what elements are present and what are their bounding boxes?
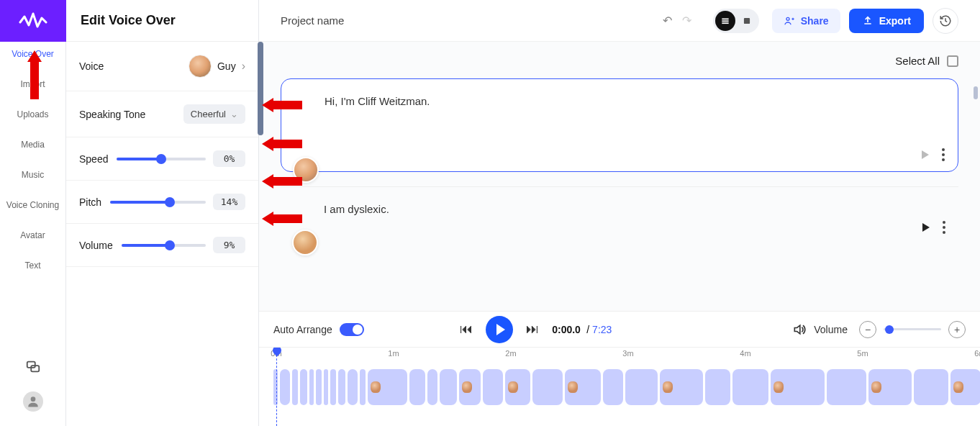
ruler-mark: 1m <box>388 349 399 358</box>
annotation-arrow <box>273 177 302 186</box>
select-all-label: Select All <box>895 55 940 67</box>
svg-rect-4 <box>722 20 728 22</box>
annotation-arrow <box>273 214 302 223</box>
annotation-arrow <box>273 101 302 109</box>
playhead[interactable] <box>276 348 277 426</box>
block-menu-button[interactable] <box>942 148 945 161</box>
main-area: Project name ↶ ↷ Share Export <box>259 0 980 426</box>
select-all-row: Select All <box>281 55 958 78</box>
view-toggle-a[interactable] <box>715 11 735 31</box>
content-area: Select All Hi, I'm Cliff Weitzman. I am … <box>259 42 980 311</box>
text-block[interactable]: Hi, I'm Cliff Weitzman. <box>281 78 958 172</box>
ruler-mark: 3m <box>622 349 633 358</box>
timeline[interactable]: 0m 1m 2m 3m 4m 5m 6m 7m <box>259 347 980 426</box>
player-bar: Auto Arrange ⏮ ⏭ 0:00.0 / 7:23 Volume − <box>259 311 980 347</box>
panel-scrollbar[interactable] <box>258 42 263 135</box>
sidebar-item-media[interactable]: Media <box>21 140 45 150</box>
skip-forward-button[interactable]: ⏭ <box>526 322 539 337</box>
chevron-right-icon: › <box>242 60 245 73</box>
volume-row: Volume 9% <box>66 224 258 267</box>
chevron-down-icon: ⌄ <box>230 109 238 119</box>
timeline-ruler[interactable]: 0m 1m 2m 3m 4m 5m 6m 7m <box>259 348 980 368</box>
timeline-clips[interactable] <box>273 369 973 405</box>
project-name[interactable]: Project name <box>281 14 654 27</box>
pitch-slider[interactable] <box>110 201 206 204</box>
zoom-in-button[interactable]: + <box>948 321 966 338</box>
annotation-arrow <box>273 140 302 148</box>
volume-slider[interactable] <box>122 244 206 247</box>
panel-title: Edit Voice Over <box>66 0 258 41</box>
play-button[interactable] <box>486 316 513 343</box>
tone-label: Speaking Tone <box>79 109 145 120</box>
volume-icon[interactable] <box>792 322 807 337</box>
sidebar-item-uploads[interactable]: Uploads <box>17 109 48 119</box>
sidebar-item-avatar[interactable]: Avatar <box>20 230 45 240</box>
sidebar-item-voice-cloning[interactable]: Voice Cloning <box>6 200 59 210</box>
zoom-slider[interactable] <box>884 328 941 330</box>
speed-label: Speed <box>79 153 108 165</box>
view-toggle[interactable] <box>713 9 759 33</box>
undo-button[interactable]: ↶ <box>663 14 672 27</box>
content-scrollbar[interactable] <box>974 86 978 99</box>
speed-row: Speed 0% <box>66 137 258 181</box>
share-label: Share <box>801 15 829 27</box>
annotation-arrow <box>30 62 39 99</box>
auto-arrange-label: Auto Arrange <box>273 324 332 335</box>
sidebar-item-music[interactable]: Music <box>22 170 44 180</box>
svg-rect-5 <box>722 22 728 24</box>
volume-label: Volume <box>79 240 113 251</box>
time-display: 0:00.0 / 7:23 <box>552 324 612 335</box>
svg-rect-3 <box>722 18 728 19</box>
topbar: Project name ↶ ↷ Share Export <box>259 0 980 42</box>
history-button[interactable] <box>933 8 958 34</box>
ruler-mark: 4m <box>740 349 750 358</box>
skip-back-button[interactable]: ⏮ <box>460 322 473 337</box>
voice-name: Guy <box>217 60 236 72</box>
total-time: 7:23 <box>592 324 612 335</box>
select-all-checkbox[interactable] <box>947 55 958 67</box>
speed-value: 0% <box>213 150 245 167</box>
play-block-button[interactable] <box>922 223 930 232</box>
pitch-value: 14% <box>213 194 245 210</box>
pitch-label: Pitch <box>79 196 101 208</box>
voice-label: Voice <box>79 60 104 72</box>
user-avatar-icon[interactable] <box>23 391 43 412</box>
voice-avatar <box>189 55 212 78</box>
block-text[interactable]: Hi, I'm Cliff Weitzman. <box>325 95 940 107</box>
pitch-row: Pitch 14% <box>66 181 258 224</box>
voice-row: Voice Guy › <box>66 42 258 91</box>
auto-arrange-toggle[interactable] <box>340 323 364 336</box>
text-block[interactable]: I am dyslexic. <box>281 186 958 244</box>
view-toggle-b[interactable] <box>737 11 757 31</box>
ruler-mark: 6m <box>974 349 980 358</box>
export-label: Export <box>879 15 911 27</box>
edit-panel: Edit Voice Over Voice Guy › Speaking Ton… <box>66 0 259 426</box>
svg-point-2 <box>30 396 35 402</box>
voice-selector[interactable]: Guy › <box>189 55 245 78</box>
current-time: 0:00.0 <box>552 324 581 335</box>
block-menu-button[interactable] <box>943 221 945 234</box>
sidebar-item-text[interactable]: Text <box>24 260 40 271</box>
volume-label: Volume <box>814 324 848 335</box>
svg-rect-6 <box>744 17 750 23</box>
app-logo[interactable] <box>0 0 66 42</box>
zoom-out-button[interactable]: − <box>859 321 876 338</box>
tone-value: Cheerful <box>191 109 226 119</box>
speed-slider[interactable] <box>117 158 206 160</box>
ruler-mark: 5m <box>857 349 868 358</box>
volume-value: 9% <box>213 237 245 253</box>
export-button[interactable]: Export <box>849 9 924 33</box>
ruler-mark: 2m <box>505 349 516 358</box>
svg-point-7 <box>786 17 789 20</box>
chat-icon[interactable] <box>23 357 43 377</box>
tone-row: Speaking Tone Cheerful ⌄ <box>66 91 258 137</box>
play-block-button[interactable] <box>922 150 929 159</box>
tone-selector[interactable]: Cheerful ⌄ <box>183 104 245 124</box>
share-button[interactable]: Share <box>772 9 840 33</box>
redo-button[interactable]: ↷ <box>682 14 691 27</box>
block-text[interactable]: I am dyslexic. <box>324 203 941 215</box>
block-voice-avatar <box>292 230 318 255</box>
